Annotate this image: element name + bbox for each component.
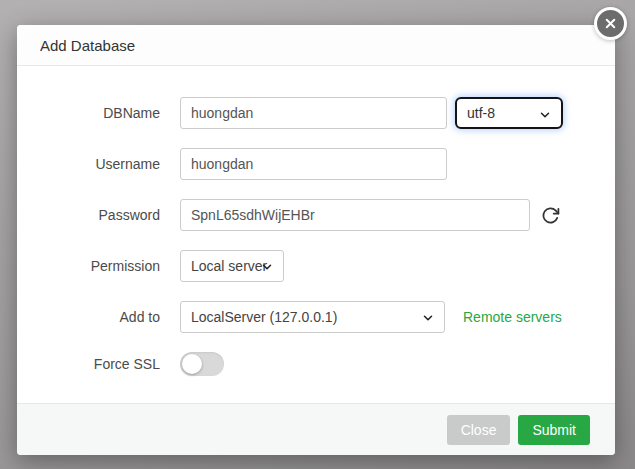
modal-header: Add Database [17,25,615,66]
modal-footer: Close Submit [17,403,615,455]
regenerate-password-button[interactable] [539,204,561,226]
permission-row: Permission Local server [17,250,615,282]
chevron-down-icon [421,311,435,328]
permission-select[interactable]: Local server [180,250,284,282]
modal-backdrop: Add Database DBName utf-8 Username [0,0,635,469]
force-ssl-row: Force SSL [17,352,615,376]
close-button[interactable]: Close [447,415,511,445]
password-input[interactable] [180,199,530,231]
username-row: Username [17,148,615,180]
add-to-row: Add to LocalServer (127.0.0.1) Remote se… [17,301,615,333]
chevron-down-icon [538,108,552,125]
password-row: Password [17,199,615,231]
add-to-label: Add to [17,309,160,325]
permission-label: Permission [17,258,160,274]
add-database-modal: Add Database DBName utf-8 Username [17,25,615,455]
modal-body: DBName utf-8 Username Password [17,66,615,403]
dbname-input[interactable] [180,97,447,129]
refresh-icon [541,206,560,225]
username-input[interactable] [180,148,447,180]
password-label: Password [17,207,160,223]
add-to-selected-value: LocalServer (127.0.0.1) [191,309,337,325]
charset-selected-value: utf-8 [467,105,495,121]
toggle-knob [182,354,202,374]
dbname-label: DBName [17,105,160,121]
remote-servers-link[interactable]: Remote servers [463,309,562,325]
modal-close-button[interactable] [594,7,627,40]
force-ssl-label: Force SSL [17,356,160,372]
permission-selected-value: Local server [191,258,267,274]
add-to-server-select[interactable]: LocalServer (127.0.0.1) [180,301,445,333]
charset-select[interactable]: utf-8 [455,97,563,129]
chevron-down-icon [260,260,274,277]
dbname-row: DBName utf-8 [17,97,615,129]
modal-title: Add Database [40,37,135,54]
username-label: Username [17,156,160,172]
submit-button[interactable]: Submit [518,415,590,445]
x-close-icon [603,16,618,31]
force-ssl-toggle[interactable] [180,352,224,376]
